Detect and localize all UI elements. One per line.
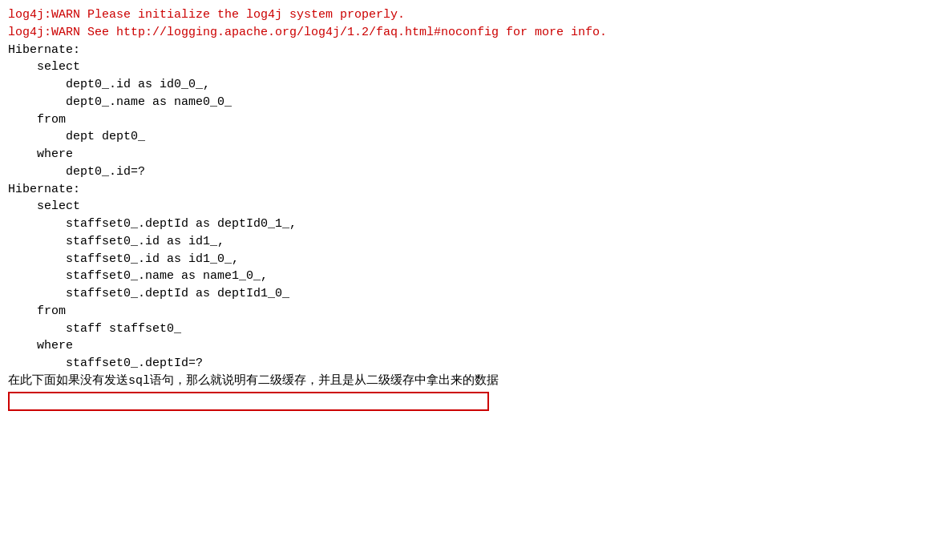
from-2: from (8, 303, 930, 320)
staff-staffset0-line: staff staffset0_ (8, 320, 930, 338)
log4j-warn-2: log4j:WARN See http://logging.apache.org… (8, 24, 930, 42)
hibernate-label-2: Hibernate: (8, 181, 930, 199)
where-2: where (8, 337, 930, 355)
console-output: log4j:WARN Please initialize the log4j s… (0, 0, 938, 560)
staffset-deptid-line: staffset0_.deptId as deptId0_1_, (8, 216, 930, 233)
staffset-deptid-param: staffset0_.deptId=? (8, 355, 930, 373)
from-1: from (8, 111, 930, 129)
staffset-name-line: staffset0_.name as name1_0_, (8, 268, 930, 285)
select-1: select (8, 58, 930, 76)
log4j-warn-1: log4j:WARN Please initialize the log4j s… (8, 6, 930, 24)
dept0-name-line: dept0_.name as name0_0_ (8, 94, 930, 111)
dept-dept0-line: dept dept0_ (8, 128, 930, 146)
select-2: select (8, 198, 930, 216)
staffset-id1-0-line: staffset0_.id as id1_0_, (8, 251, 930, 268)
highlight-empty-box (8, 392, 489, 411)
hibernate-label-1: Hibernate: (8, 42, 930, 59)
staffset-deptid2-line: staffset0_.deptId as deptId1_0_ (8, 285, 930, 303)
notice-text: 在此下面如果没有发送sql语句，那么就说明有二级缓存，并且是从二级缓存中拿出来的… (8, 373, 930, 390)
where-1: where (8, 146, 930, 163)
staffset-id1-line: staffset0_.id as id1_, (8, 233, 930, 251)
dept0-id-line: dept0_.id as id0_0_, (8, 76, 930, 94)
dept0-id-param: dept0_.id=? (8, 163, 930, 181)
